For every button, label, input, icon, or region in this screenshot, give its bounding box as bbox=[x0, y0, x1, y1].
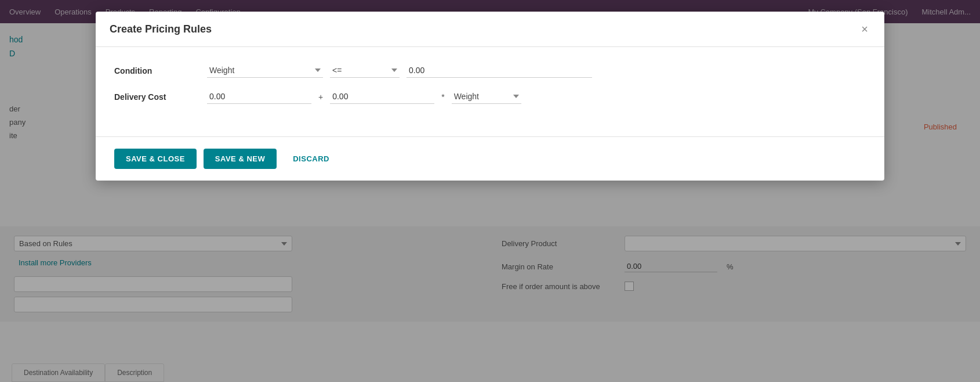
delivery-cost-label: Delivery Cost bbox=[114, 92, 207, 102]
save-new-button[interactable]: SAVE & NEW bbox=[204, 149, 277, 169]
condition-operator-container: <= >= = bbox=[330, 63, 400, 78]
modal-overlay: Create Pricing Rules × Condition Weight … bbox=[0, 0, 980, 382]
modal-close-button[interactable]: × bbox=[859, 21, 870, 37]
condition-value-input[interactable] bbox=[406, 63, 592, 78]
delivery-cost-input2[interactable] bbox=[330, 89, 434, 104]
modal-footer: SAVE & CLOSE SAVE & NEW DISCARD bbox=[96, 137, 884, 181]
modal-header: Create Pricing Rules × bbox=[96, 12, 884, 47]
create-pricing-rules-modal: Create Pricing Rules × Condition Weight … bbox=[96, 12, 884, 181]
condition-label: Condition bbox=[114, 66, 207, 75]
condition-operator-select[interactable]: <= >= = bbox=[330, 63, 400, 78]
condition-row: Condition Weight Price Quantity <= >= bbox=[114, 63, 866, 78]
delivery-cost-fields: + * Weight Price Quantity bbox=[207, 89, 866, 104]
condition-fields: Weight Price Quantity <= >= = bbox=[207, 63, 866, 78]
delivery-multiply-container: Weight Price Quantity bbox=[452, 89, 521, 104]
asterisk-symbol: * bbox=[441, 92, 444, 102]
delivery-cost-input1[interactable] bbox=[207, 89, 311, 104]
plus-symbol: + bbox=[318, 92, 323, 102]
delivery-cost-row: Delivery Cost + * Weight Price Quantity bbox=[114, 89, 866, 104]
modal-body: Condition Weight Price Quantity <= >= bbox=[96, 47, 884, 127]
discard-button[interactable]: DISCARD bbox=[284, 149, 339, 169]
modal-title: Create Pricing Rules bbox=[110, 23, 212, 35]
delivery-multiply-select[interactable]: Weight Price Quantity bbox=[452, 89, 521, 104]
condition-field-select[interactable]: Weight Price Quantity bbox=[207, 63, 323, 78]
save-close-button[interactable]: SAVE & CLOSE bbox=[114, 149, 197, 169]
condition-field-container: Weight Price Quantity bbox=[207, 63, 323, 78]
